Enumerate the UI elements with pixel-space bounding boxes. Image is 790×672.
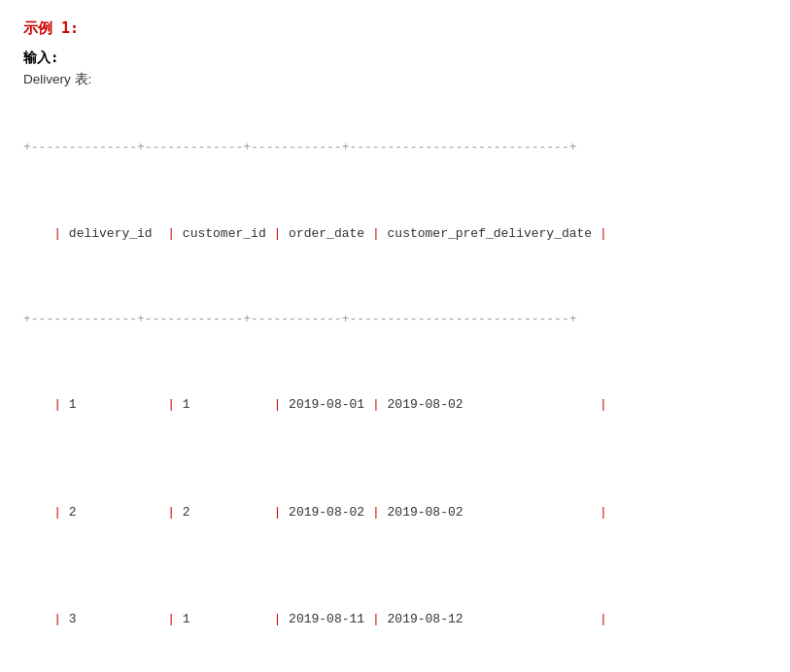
input-table-header: | delivery_id | customer_id | order_date… [23,201,767,265]
input-table-row-2: | 2 | 2 | 2019-08-02 | 2019-08-02 | [23,481,767,545]
table-label: Delivery 表: [23,71,767,88]
input-table: +--------------+-------------+----------… [23,94,767,672]
input-table-row-1: | 1 | 1 | 2019-08-01 | 2019-08-02 | [23,373,767,437]
input-table-border-top: +--------------+-------------+----------… [23,137,767,158]
input-label: 输入: [23,50,767,67]
section-title: 示例 1: [23,19,767,38]
input-table-border-mid: +--------------+-------------+----------… [23,309,767,330]
input-table-row-3: | 3 | 1 | 2019-08-11 | 2019-08-12 | [23,588,767,652]
